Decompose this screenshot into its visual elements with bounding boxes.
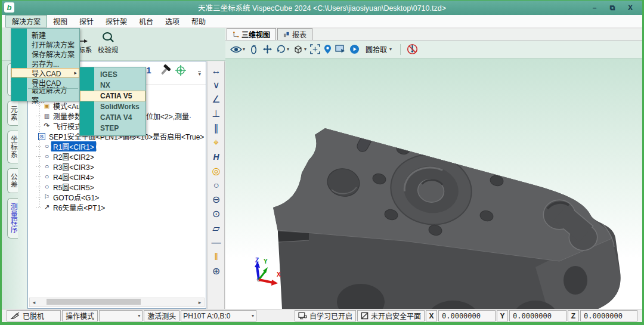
circle-pick-dropdown[interactable]: 圆拾取 ▾ xyxy=(363,43,394,55)
window-title: 天准三坐标系统 VispecCube 2024 <C:\Users\jiaosi… xyxy=(0,2,644,13)
tree-item[interactable]: ○ R3圆<CIR3> xyxy=(32,162,205,172)
submenu-item[interactable]: NX xyxy=(80,80,145,91)
tab-report[interactable]: 报表 xyxy=(277,28,312,40)
scroll-right-icon[interactable]: ▸ xyxy=(196,299,204,305)
side-tab[interactable]: 测量程序 xyxy=(7,198,18,239)
fit-view-button[interactable] xyxy=(310,44,320,54)
tolerance-button[interactable]: ◎ xyxy=(209,164,224,178)
submenu-item[interactable]: STEP xyxy=(80,123,145,134)
tree-item[interactable]: ○ R2圆<CIR2> xyxy=(32,151,205,162)
submenu-item[interactable]: CATIA V4 xyxy=(80,112,145,123)
tree-item[interactable]: ○ R5圆<CIR5> xyxy=(32,182,205,192)
side-tab[interactable]: 元素 xyxy=(7,101,18,126)
scrollbar-thumb[interactable] xyxy=(47,299,141,305)
view-cube-button[interactable]: ▾ xyxy=(293,44,306,55)
safety-plane-icon: S xyxy=(38,133,45,140)
menubar-item[interactable]: 探针 xyxy=(73,15,100,27)
circle-feature-icon: ○ xyxy=(42,182,51,191)
restore-button[interactable]: ⧉ xyxy=(606,3,619,13)
eye-button[interactable]: ▾ xyxy=(230,45,245,54)
fly-mode-icon: ↷ xyxy=(42,122,51,131)
rotate-view-button[interactable]: ▾ xyxy=(276,44,289,54)
menu-item[interactable]: 保存解决方案 xyxy=(11,49,79,58)
tolerance-button[interactable]: ⊕ xyxy=(209,264,224,278)
3d-viewport[interactable]: Z Y X xyxy=(225,58,642,309)
tolerance-toolbar: ↔ ∨ ∠ ⊥ ∥ ⌖ H ◎ ○ ⊖ ⊙ ▱ — ‖ ⊕ xyxy=(208,61,225,309)
safety-plane-off-icon xyxy=(361,312,369,320)
coordinate-value: 0.0000000 xyxy=(509,310,566,321)
submenu-item[interactable]: CATIA V5 xyxy=(80,91,145,101)
tolerance-button[interactable]: ○ xyxy=(209,178,224,193)
straightness-icon: — xyxy=(212,238,221,247)
tolerance-button[interactable]: ‖ xyxy=(209,250,224,264)
vector-point-icon: ↗ xyxy=(42,203,51,212)
tolerance-button[interactable]: ⊖ xyxy=(209,193,224,207)
chevron-down-icon: ▾ xyxy=(138,313,140,318)
tolerance-button[interactable]: ∠ xyxy=(209,92,224,107)
minimize-button[interactable]: – xyxy=(588,3,601,13)
cad-part-model xyxy=(225,58,642,309)
operation-mode-select[interactable]: ▾ xyxy=(99,310,143,321)
y-axis-label: Y xyxy=(264,258,268,265)
tolerance-button[interactable]: — xyxy=(209,236,224,250)
chevron-down-icon: ▾ xyxy=(287,47,289,52)
pin-icon xyxy=(324,44,332,54)
tree-item[interactable]: ↗ R6矢量点<PT1> xyxy=(32,202,205,212)
tree-item[interactable]: ○ R1圆<CIR1> xyxy=(32,141,205,151)
menubar-item[interactable]: 机台 xyxy=(133,15,159,27)
orbit-button[interactable] xyxy=(249,44,259,55)
perpendicularity-icon: ⊥ xyxy=(212,109,221,119)
gauge-check-button[interactable]: 校验规 xyxy=(95,32,121,54)
tab-3d-view[interactable]: 三维视图 xyxy=(227,28,276,40)
alignment-target-icon[interactable] xyxy=(175,64,187,76)
menu-item[interactable]: 另存为... xyxy=(11,58,79,68)
menu-item[interactable]: 打开解决方案 xyxy=(11,39,79,49)
menubar-item[interactable]: 帮助 xyxy=(185,15,212,27)
close-button[interactable]: X xyxy=(624,3,637,13)
active-probe-select[interactable]: PH10T A:0,B:0 ▾ xyxy=(181,310,256,321)
submenu-item[interactable]: SolidWorks xyxy=(80,101,145,112)
menubar-item[interactable]: 选项 xyxy=(159,15,185,27)
flatness-icon: ▱ xyxy=(212,224,219,233)
parallel-lines-icon: ‖ xyxy=(214,252,218,262)
toolbar-overflow-icon[interactable]: ▾ xyxy=(198,71,201,76)
hammer-icon[interactable] xyxy=(159,64,172,77)
tree-item[interactable]: ⚐ GOTO点<G1> xyxy=(32,192,205,202)
submenu-item[interactable]: IGES xyxy=(80,69,145,80)
locate-button[interactable] xyxy=(324,44,332,54)
menubar-item[interactable]: 探针架 xyxy=(100,15,133,27)
safety-plane-status: 未开启安全平面 xyxy=(357,310,425,321)
tolerance-button[interactable]: ⌖ xyxy=(209,135,224,150)
menubar-item[interactable]: 视图 xyxy=(47,15,73,27)
menu-item[interactable]: 最近解决方案... xyxy=(11,90,79,100)
tolerance-button[interactable]: ⊥ xyxy=(209,107,224,121)
tolerance-button[interactable]: H xyxy=(209,150,224,164)
self-learn-toggle[interactable]: 自学习已开启 xyxy=(295,310,356,321)
tree-horizontal-scrollbar[interactable]: ◂ ▸ xyxy=(29,298,205,307)
tolerance-button[interactable]: ⊙ xyxy=(209,207,224,221)
axis-triad: Z Y X xyxy=(250,258,284,289)
side-tab[interactable]: 公差 xyxy=(7,168,18,193)
cube-icon xyxy=(293,44,304,55)
probe-off-button[interactable] xyxy=(407,44,418,55)
tolerance-button[interactable]: ∥ xyxy=(209,121,224,135)
select-window-button[interactable] xyxy=(335,45,346,54)
play-button[interactable] xyxy=(349,44,360,54)
view-tab-bar: 三维视图 报表 xyxy=(225,29,642,41)
tree-item[interactable]: ○ R4圆<CIR4> xyxy=(32,172,205,182)
menu-item[interactable]: 新建 xyxy=(11,30,79,39)
select-window-icon xyxy=(335,45,346,54)
submenu-arrow-icon: ▸ xyxy=(74,70,77,76)
probe-offline-icon xyxy=(10,312,20,320)
scroll-left-icon[interactable]: ◂ xyxy=(30,299,38,305)
side-tab[interactable]: 坐标系 xyxy=(7,131,18,163)
menu-item[interactable]: 导入CAD ▸ xyxy=(11,68,79,78)
tolerance-button[interactable]: ↔ xyxy=(209,64,224,78)
pan-button[interactable] xyxy=(262,44,273,54)
tolerance-button[interactable]: ▱ xyxy=(209,221,224,236)
report-tab-icon xyxy=(283,31,290,38)
tolerance-button[interactable]: ∨ xyxy=(209,78,224,92)
menubar-item[interactable]: 解决方案 xyxy=(5,15,47,27)
coordinate-readout: X 0.0000000 Y 0.0000000 Z 0.0000000 xyxy=(426,310,637,321)
magnifier-icon xyxy=(101,32,114,44)
